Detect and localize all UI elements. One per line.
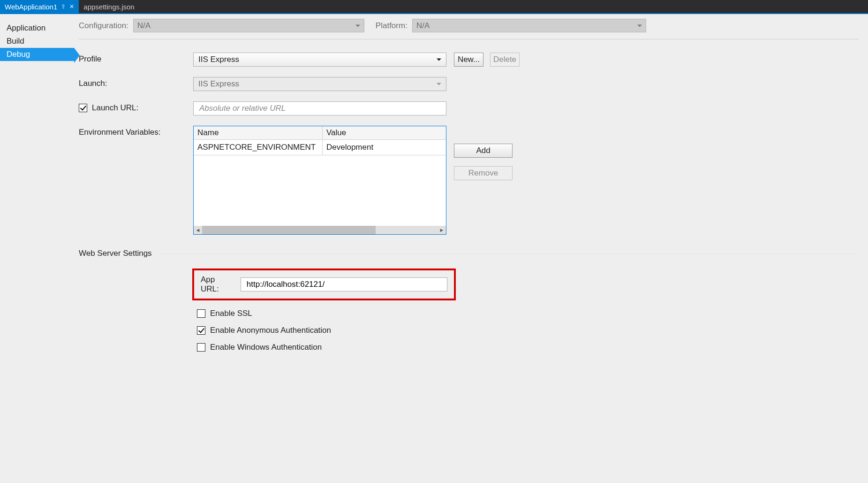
launch-label: Launch: [79, 77, 193, 88]
app-url-label: App URL: [201, 275, 234, 294]
envvar-name: ASPNETCORE_ENVIRONMENT [194, 140, 323, 155]
enable-win-auth-row: Enable Windows Authentication [197, 343, 859, 352]
webserver-section-header: Web Server Settings [79, 249, 859, 258]
enable-ssl-checkbox[interactable] [197, 309, 205, 318]
profile-value: IIS Express [198, 55, 239, 64]
envvar-value: Development [323, 140, 446, 155]
scroll-thumb[interactable] [202, 226, 376, 234]
tab-label: WebApplication1 [5, 3, 57, 11]
webserver-section-label: Web Server Settings [79, 249, 152, 258]
launch-url-checkbox[interactable] [79, 104, 87, 112]
launch-value: IIS Express [198, 79, 239, 89]
envvars-hscroll[interactable]: ◄ ► [194, 226, 446, 234]
scroll-right-icon[interactable]: ► [438, 226, 446, 234]
nav-debug[interactable]: Debug [0, 48, 74, 61]
platform-value: N/A [416, 21, 430, 31]
envvars-grid[interactable]: Name Value ASPNETCORE_ENVIRONMENT Develo… [193, 126, 446, 235]
chevron-down-icon [355, 24, 360, 27]
enable-win-auth-checkbox[interactable] [197, 343, 205, 352]
chevron-down-icon [637, 24, 642, 27]
platform-label: Platform: [376, 21, 408, 31]
enable-anon-auth-row: Enable Anonymous Authentication [197, 326, 859, 335]
launch-url-input[interactable] [198, 103, 441, 114]
config-platform-bar: Configuration: N/A Platform: N/A [79, 19, 859, 39]
envvars-remove-button[interactable]: Remove [454, 166, 513, 180]
profile-label: Profile [79, 53, 193, 64]
launch-url-row-label: Launch URL: [79, 101, 193, 113]
profile-dropdown[interactable]: IIS Express [193, 53, 446, 67]
pin-icon[interactable]: ⇪ [61, 3, 66, 10]
tab-appsettings[interactable]: appsettings.json [79, 0, 139, 13]
chevron-down-icon [437, 59, 441, 61]
section-rule [158, 253, 859, 254]
platform-dropdown: N/A [412, 19, 646, 32]
scroll-left-icon[interactable]: ◄ [194, 226, 202, 234]
enable-win-auth-label: Enable Windows Authentication [210, 343, 322, 352]
launch-url-label: Launch URL: [92, 103, 138, 113]
profile-new-button[interactable]: New... [454, 53, 483, 67]
close-icon[interactable]: ✕ [69, 3, 74, 10]
enable-anon-auth-label: Enable Anonymous Authentication [210, 326, 331, 335]
envvars-row[interactable]: ASPNETCORE_ENVIRONMENT Development [194, 140, 446, 155]
app-url-highlight: App URL: [192, 268, 456, 300]
profile-delete-button[interactable]: Delete [490, 53, 520, 67]
enable-ssl-row: Enable SSL [197, 309, 859, 318]
configuration-dropdown: N/A [133, 19, 364, 32]
chevron-down-icon [437, 83, 441, 85]
enable-ssl-label: Enable SSL [210, 309, 252, 318]
project-settings-nav: Application Build Debug [0, 14, 74, 482]
document-tab-strip: WebApplication1 ⇪ ✕ appsettings.json [0, 0, 868, 14]
envvars-header: Name Value [194, 126, 446, 140]
tab-webapplication1[interactable]: WebApplication1 ⇪ ✕ [0, 0, 79, 13]
nav-build[interactable]: Build [0, 35, 74, 48]
launch-dropdown[interactable]: IIS Express [193, 77, 446, 91]
nav-application[interactable]: Application [0, 22, 74, 35]
envvars-header-value: Value [323, 126, 446, 140]
debug-settings-page: Configuration: N/A Platform: N/A Profile… [74, 14, 868, 482]
tab-label: appsettings.json [83, 3, 134, 11]
envvars-body: ASPNETCORE_ENVIRONMENT Development [194, 140, 446, 226]
app-url-input-wrap [241, 277, 447, 291]
envvars-label: Environment Variables: [79, 126, 193, 137]
launch-url-input-wrap [193, 101, 446, 115]
configuration-value: N/A [137, 21, 151, 31]
envvars-header-name: Name [194, 126, 323, 140]
enable-anon-auth-checkbox[interactable] [197, 326, 205, 335]
configuration-label: Configuration: [79, 21, 128, 31]
envvars-add-button[interactable]: Add [454, 144, 513, 158]
app-url-input[interactable] [246, 279, 442, 290]
